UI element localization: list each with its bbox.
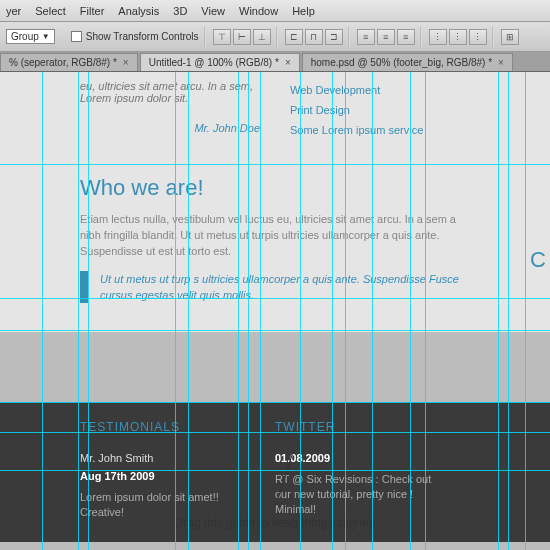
menu-view[interactable]: View bbox=[201, 5, 225, 17]
guide-vertical[interactable] bbox=[188, 72, 189, 550]
menu-window[interactable]: Window bbox=[239, 5, 278, 17]
author-name: Mr. John Doe bbox=[80, 122, 260, 134]
menu-filter[interactable]: Filter bbox=[80, 5, 104, 17]
guide-horizontal[interactable] bbox=[0, 298, 550, 299]
menu-help[interactable]: Help bbox=[292, 5, 315, 17]
guide-vertical[interactable] bbox=[372, 72, 373, 550]
close-icon[interactable]: × bbox=[123, 57, 129, 68]
guide-vertical[interactable] bbox=[525, 72, 526, 550]
guide-horizontal[interactable] bbox=[0, 330, 550, 331]
menu-analysis[interactable]: Analysis bbox=[118, 5, 159, 17]
separator bbox=[204, 27, 206, 47]
footer-testimonials: TESTIMONIALS Mr. John Smith Aug 17th 200… bbox=[80, 420, 275, 524]
distribute-icon[interactable]: ⋮ bbox=[429, 29, 447, 45]
close-icon[interactable]: × bbox=[498, 57, 504, 68]
service-item: Web Development bbox=[290, 80, 470, 100]
menu-layer[interactable]: yer bbox=[6, 5, 21, 17]
guide-vertical[interactable] bbox=[425, 72, 426, 550]
guide-vertical[interactable] bbox=[248, 72, 249, 550]
intro-text: eu, ultricies sit amet arcu. In a sem, L… bbox=[80, 80, 260, 104]
services-list: Web Development Print Design Some Lorem … bbox=[290, 80, 470, 140]
service-item: Print Design bbox=[290, 100, 470, 120]
guide-vertical[interactable] bbox=[238, 72, 239, 550]
service-item: Some Lorem ipsum service bbox=[290, 120, 470, 140]
align-icon[interactable]: ⊢ bbox=[233, 29, 251, 45]
guide-vertical[interactable] bbox=[498, 72, 499, 550]
guide-vertical[interactable] bbox=[78, 72, 79, 550]
canvas-area[interactable]: eu, ultricies sit amet arcu. In a sem, L… bbox=[0, 72, 550, 550]
align-icon[interactable]: ⊏ bbox=[285, 29, 303, 45]
side-column: C bbox=[530, 247, 550, 273]
guide-horizontal[interactable] bbox=[0, 402, 550, 403]
guide-horizontal[interactable] bbox=[0, 164, 550, 165]
guide-vertical[interactable] bbox=[300, 72, 301, 550]
guide-vertical[interactable] bbox=[508, 72, 509, 550]
align-icon[interactable]: ⊓ bbox=[305, 29, 323, 45]
auto-align-icon[interactable]: ⊞ bbox=[501, 29, 519, 45]
section-body: Etiam lectus nulla, vestibulum vel luctu… bbox=[80, 211, 470, 259]
distribute-icon[interactable]: ≡ bbox=[357, 29, 375, 45]
menu-3d[interactable]: 3D bbox=[173, 5, 187, 17]
guide-vertical[interactable] bbox=[332, 72, 333, 550]
guide-vertical[interactable] bbox=[175, 72, 176, 550]
distribute-icon[interactable]: ≡ bbox=[377, 29, 395, 45]
align-icon[interactable]: ⊐ bbox=[325, 29, 343, 45]
document-tab[interactable]: home.psd @ 50% (footer_big, RGB/8#) *× bbox=[302, 53, 513, 71]
testimonial-name: Mr. John Smith bbox=[80, 452, 245, 464]
document-tabs: % (seperator, RGB/8#) *× Untitled-1 @ 10… bbox=[0, 52, 550, 72]
separator bbox=[276, 27, 278, 47]
testimonial-date: Aug 17th 2009 bbox=[80, 470, 245, 482]
group-select[interactable]: Group▼ bbox=[6, 29, 55, 44]
distribute-icon[interactable]: ⋮ bbox=[449, 29, 467, 45]
page-content: eu, ultricies sit amet arcu. In a sem, L… bbox=[0, 72, 550, 332]
document-tab[interactable]: Untitled-1 @ 100% (RGB/8) *× bbox=[140, 53, 300, 71]
guide-vertical[interactable] bbox=[410, 72, 411, 550]
distribute-icon[interactable]: ≡ bbox=[397, 29, 415, 45]
annotation-text: Drag this guide to keep things aligned bbox=[0, 516, 550, 530]
menu-bar: yer Select Filter Analysis 3D View Windo… bbox=[0, 0, 550, 22]
align-icon[interactable]: ⊤ bbox=[213, 29, 231, 45]
guide-horizontal[interactable] bbox=[0, 432, 550, 433]
guide-vertical[interactable] bbox=[260, 72, 261, 550]
document-tab[interactable]: % (seperator, RGB/8#) *× bbox=[0, 53, 138, 71]
who-section: Who we are! Etiam lectus nulla, vestibul… bbox=[80, 175, 470, 303]
separator bbox=[348, 27, 350, 47]
close-icon[interactable]: × bbox=[285, 57, 291, 68]
separator bbox=[492, 27, 494, 47]
guide-vertical[interactable] bbox=[345, 72, 346, 550]
guide-vertical[interactable] bbox=[42, 72, 43, 550]
guide-horizontal[interactable] bbox=[0, 470, 550, 471]
separator bbox=[420, 27, 422, 47]
chevron-down-icon: ▼ bbox=[42, 32, 50, 41]
options-bar: Group▼ Show Transform Controls ⊤ ⊢ ⊥ ⊏ ⊓… bbox=[0, 22, 550, 52]
section-title: Who we are! bbox=[80, 175, 470, 201]
transform-checkbox[interactable] bbox=[71, 31, 82, 42]
menu-select[interactable]: Select bbox=[35, 5, 66, 17]
transform-label: Show Transform Controls bbox=[86, 31, 199, 42]
align-icon[interactable]: ⊥ bbox=[253, 29, 271, 45]
distribute-icon[interactable]: ⋮ bbox=[469, 29, 487, 45]
guide-vertical[interactable] bbox=[88, 72, 89, 550]
